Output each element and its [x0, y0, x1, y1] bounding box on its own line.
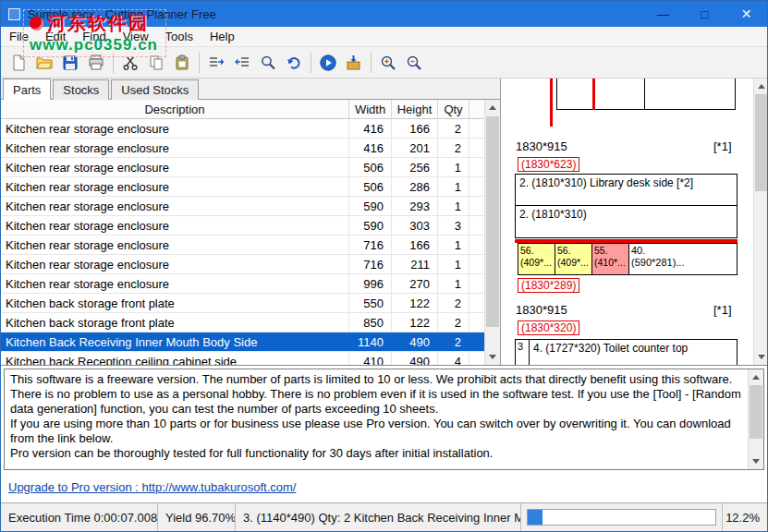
save-button[interactable]	[57, 50, 83, 76]
scroll-up-icon[interactable]	[485, 100, 500, 115]
cell-number: 40.	[631, 245, 735, 257]
zoom-out-button[interactable]	[401, 50, 427, 76]
column-header-width[interactable]: Width	[349, 100, 392, 118]
toolbar-separator	[199, 53, 200, 73]
column-header-qty[interactable]: Qty	[438, 100, 469, 118]
column-header-description[interactable]: Description	[1, 100, 349, 118]
open-file-icon	[35, 54, 54, 72]
zoom-in-button[interactable]	[375, 50, 401, 76]
cell-qty: 2	[438, 332, 469, 351]
menu-file[interactable]: File	[1, 28, 37, 45]
cell-qty: 1	[438, 274, 469, 293]
tab-parts[interactable]: Parts	[3, 79, 51, 100]
menu-help[interactable]: Help	[201, 28, 243, 45]
cell-description: Kitchen rear storage enclosure	[1, 139, 349, 157]
progress-segment	[521, 503, 723, 531]
table-row[interactable]: Kitchen rear storage enclosure 716 166 1	[1, 236, 484, 255]
table-row[interactable]: Kitchen rear storage enclosure 590 303 3	[1, 216, 484, 236]
table-row[interactable]: Kitchen rear storage enclosure 416 166 2	[1, 119, 484, 139]
cell-description: Kitchen rear storage enclosure	[1, 158, 349, 176]
menu-view[interactable]: View	[115, 28, 157, 45]
cell-height: 166	[392, 119, 438, 138]
preview-scrollbar[interactable]	[753, 79, 768, 365]
cut-button[interactable]	[117, 50, 143, 76]
table-row[interactable]: Kitchen back Reception ceiling cabinet s…	[1, 352, 484, 365]
tab-used-stocks[interactable]: Used Stocks	[111, 79, 199, 100]
table-row[interactable]: Kitchen rear storage enclosure 416 201 2	[1, 139, 484, 158]
close-button[interactable]: ✕	[725, 1, 767, 27]
tab-stocks[interactable]: Stocks	[53, 79, 109, 100]
table-row[interactable]: Kitchen rear storage enclosure 506 256 1	[1, 158, 484, 177]
window-title: Sumple.recx - Cutting Planner Free	[28, 7, 216, 21]
menu-edit[interactable]: Edit	[37, 28, 74, 45]
parts-table: Description Width Height Qty Kitchen rea…	[1, 100, 500, 365]
cell-qty: 1	[438, 236, 469, 254]
table-row[interactable]: Kitchen rear storage enclosure 506 286 1	[1, 177, 484, 197]
preview-part-rect	[644, 79, 736, 110]
upgrade-link-row: Upgrade to Pro version : http://www.tuba…	[8, 478, 296, 496]
cell-width: 550	[349, 294, 392, 312]
app-icon	[8, 8, 20, 20]
toolbar-separator	[371, 53, 372, 73]
cell-width: 416	[349, 139, 392, 157]
cell-number: 55.	[594, 245, 627, 257]
cell-dimensions: (590*281)...	[631, 257, 735, 269]
cell-height: 122	[392, 313, 438, 332]
cell-qty: 1	[438, 197, 469, 215]
notice-paragraph: If you are using more than 10 parts or f…	[10, 417, 743, 446]
preview-part-label: 2. (1810*310)	[516, 206, 737, 237]
table-scrollbar[interactable]	[484, 100, 500, 365]
toolbar-separator	[311, 53, 311, 73]
run-calculation-button[interactable]	[315, 50, 341, 76]
cell-width: 410	[349, 352, 392, 365]
table-row[interactable]: Kitchen rear storage enclosure 590 293 1	[1, 197, 484, 216]
cell-width: 716	[349, 236, 392, 254]
cell-height: 201	[392, 139, 438, 157]
cell-qty: 2	[438, 313, 469, 332]
arrange-rows-icon	[233, 54, 251, 72]
insert-rows-button[interactable]	[203, 50, 229, 76]
scrollbar-thumb[interactable]	[486, 116, 499, 327]
column-header-height[interactable]: Height	[392, 100, 438, 118]
preview-part-rect: 4. (1727*320) Toilet counter top	[529, 339, 738, 365]
table-row[interactable]: Kitchen back storage front plate 850 122…	[1, 313, 484, 332]
preview-part-label: 4. (1727*320) Toilet counter top	[533, 342, 688, 355]
cell-height: 256	[392, 158, 438, 176]
table-row[interactable]: Kitchen rear storage enclosure 716 211 1	[1, 255, 484, 274]
open-file-button[interactable]	[31, 50, 57, 76]
maximize-button[interactable]: □	[684, 1, 725, 27]
cell-height: 270	[392, 274, 438, 293]
menu-tools[interactable]: Tools	[157, 28, 201, 45]
cut-line	[592, 79, 595, 110]
cell-qty: 1	[438, 177, 469, 196]
find-button[interactable]	[255, 50, 281, 76]
copy-button[interactable]	[143, 50, 169, 76]
table-row-selected[interactable]: Kitchen Back Receiving Inner Mouth Body …	[1, 332, 484, 352]
notice-scrollbar[interactable]	[748, 369, 763, 469]
new-file-button[interactable]	[6, 50, 31, 76]
menu-find[interactable]: Find	[74, 28, 114, 45]
arrange-rows-button[interactable]	[229, 50, 255, 76]
cell-description: Kitchen rear storage enclosure	[1, 216, 349, 235]
scroll-up-icon[interactable]	[749, 369, 763, 385]
scrollbar-thumb[interactable]	[750, 385, 762, 439]
scroll-down-icon[interactable]	[754, 349, 768, 365]
progress-fill	[528, 510, 542, 525]
table-row[interactable]: Kitchen back storage front plate 550 122…	[1, 294, 484, 313]
layout-preview-panel: 1830*915 [*1] (1830*623) 2. (1810*310) L…	[500, 79, 768, 365]
scroll-up-icon[interactable]	[754, 79, 768, 94]
install-pro-button[interactable]	[341, 50, 367, 76]
zoom-out-icon	[405, 54, 423, 72]
minimize-button[interactable]: —	[642, 1, 684, 27]
upgrade-pro-link[interactable]: Upgrade to Pro version : http://www.tuba…	[8, 480, 296, 494]
table-row[interactable]: Kitchen rear storage enclosure 996 270 1	[1, 274, 484, 294]
cut-icon	[121, 54, 140, 72]
undo-button[interactable]	[281, 50, 307, 76]
column-header-filler	[469, 100, 482, 118]
print-button[interactable]	[83, 50, 109, 76]
scroll-down-icon[interactable]	[485, 349, 500, 365]
scroll-down-icon[interactable]	[749, 453, 763, 469]
paste-button[interactable]	[169, 50, 195, 76]
scrollbar-thumb[interactable]	[755, 94, 768, 191]
save-icon	[61, 54, 79, 72]
